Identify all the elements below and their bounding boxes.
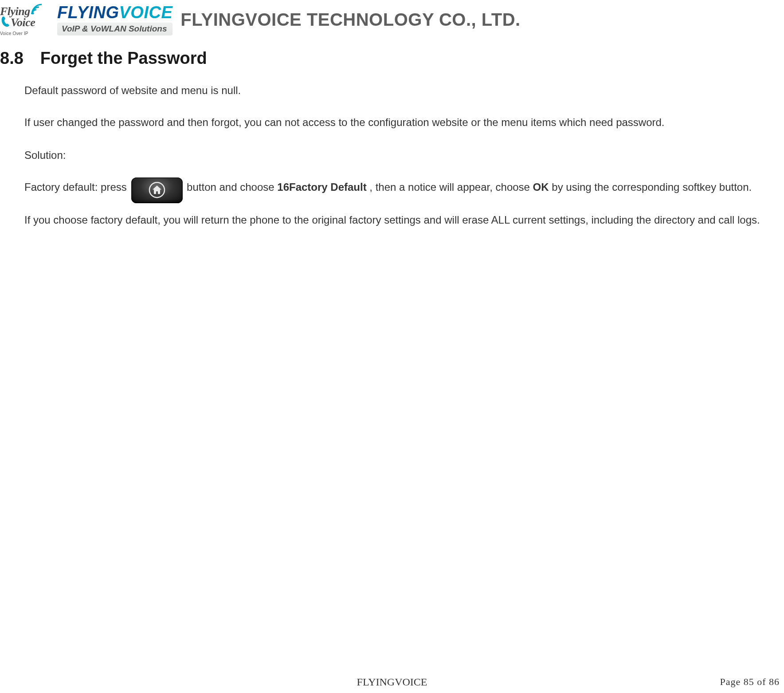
- section-title: Forget the Password: [40, 49, 207, 68]
- section-body: Default password of website and menu is …: [24, 79, 778, 232]
- logo-mark: Flying Voice Voice O: [0, 0, 51, 39]
- logo-mark-line2-wrap: Voice: [0, 16, 35, 30]
- page-header: Flying Voice Voice O: [0, 0, 784, 39]
- page-footer: FLYINGVOICE Page 85 of 86: [0, 676, 784, 688]
- company-name: FLYINGVOICE TECHNOLOGY CO., LTD.: [180, 10, 520, 30]
- logo-mark-tagline: Voice Over IP: [0, 31, 28, 36]
- footer-center: FLYINGVOICE: [357, 676, 427, 688]
- section-heading: 8.8 Forget the Password: [0, 49, 784, 68]
- paragraph-4: Factory default: press button and choose…: [24, 175, 778, 199]
- logo-mark-line2: Voice: [11, 16, 35, 29]
- svg-point-0: [31, 12, 34, 14]
- paragraph-3: Solution:: [24, 143, 778, 167]
- footer-page: Page 85 of 86: [720, 676, 780, 688]
- p4-mid: , then a notice will appear, choose: [369, 181, 533, 193]
- home-button-icon: [131, 177, 183, 203]
- logo-wordmark-text: FLYINGVOICE: [57, 4, 172, 21]
- section-number: 8.8: [0, 49, 24, 68]
- p4-post-a: button and choose: [187, 181, 277, 193]
- p4-bold-1: 16Factory Default: [277, 181, 366, 193]
- logo-wordmark-part1: FLYING: [57, 3, 119, 22]
- p4-post-b: by using the corresponding softkey butto…: [552, 181, 752, 193]
- phone-handset-icon: [1, 16, 11, 30]
- paragraph-1: Default password of website and menu is …: [24, 79, 778, 102]
- paragraph-5: If you choose factory default, you will …: [24, 208, 778, 232]
- logo-wordmark-part2: VOICE: [119, 3, 173, 22]
- p4-bold-2: OK: [533, 181, 549, 193]
- document-page: Flying Voice Voice O: [0, 0, 784, 693]
- logo-wordmark: FLYINGVOICE VoIP & VoWLAN Solutions: [57, 4, 172, 35]
- wifi-arcs-icon: [31, 4, 44, 17]
- logo-wordmark-strapline: VoIP & VoWLAN Solutions: [57, 23, 172, 35]
- p4-pre-button: Factory default: press: [24, 181, 129, 193]
- paragraph-2: If user changed the password and then fo…: [24, 110, 778, 134]
